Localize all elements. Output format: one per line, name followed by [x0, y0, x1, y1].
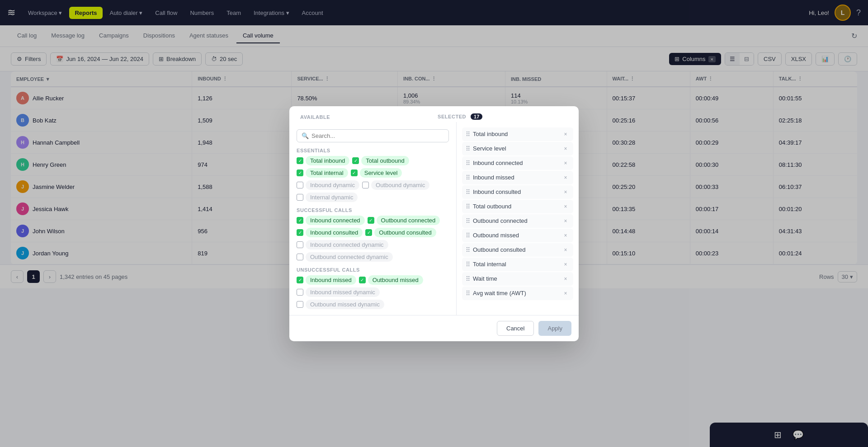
search-box[interactable]: 🔍 — [297, 129, 449, 142]
unsuccessful-section: Unsuccessful calls Inbound missed Outbou… — [297, 267, 449, 289]
drag-handle-icon[interactable]: ⠿ — [466, 145, 470, 152]
selected-item: ⠿ Total internal × — [462, 258, 573, 271]
cb-total-outbound-box[interactable] — [352, 157, 359, 164]
selected-item-label: Total outbound — [473, 203, 559, 210]
cb-inbound-connected-dynamic-label: Inbound connected dynamic — [306, 240, 388, 249]
remove-item-button[interactable]: × — [561, 231, 570, 240]
cb-outbound-connected[interactable]: Outbound connected — [368, 216, 440, 225]
cb-inbound-dynamic[interactable]: Inbound dynamic — [297, 180, 359, 190]
cb-outbound-connected-dynamic-label: Outbound connected dynamic — [306, 252, 393, 262]
selected-item: ⠿ Outbound missed × — [462, 229, 573, 242]
remove-item-button[interactable]: × — [561, 275, 570, 283]
cb-inbound-consulted[interactable]: Inbound consulted — [297, 228, 363, 237]
drag-handle-icon[interactable]: ⠿ — [466, 261, 470, 268]
cb-inbound-consulted-box[interactable] — [297, 229, 303, 236]
drag-handle-icon[interactable]: ⠿ — [466, 217, 470, 225]
selected-item-label: Service level — [473, 145, 559, 152]
cb-inbound-dynamic-box[interactable] — [297, 182, 303, 188]
cb-total-outbound[interactable]: Total outbound — [352, 156, 409, 165]
remove-item-button[interactable]: × — [561, 246, 570, 254]
cb-inbound-dynamic-label: Inbound dynamic — [306, 180, 359, 190]
drag-handle-icon[interactable]: ⠿ — [466, 160, 470, 167]
cb-total-inbound-box[interactable] — [297, 157, 303, 164]
remove-item-button[interactable]: × — [561, 188, 570, 196]
selected-item: ⠿ Outbound connected × — [462, 214, 573, 228]
cb-outbound-consulted-box[interactable] — [365, 229, 372, 236]
modal-overlay[interactable]: AVAILABLE SELECTED 17 🔍 Essentials — [0, 0, 868, 288]
cb-inbound-missed-dynamic[interactable]: Inbound missed dynamic — [297, 287, 380, 289]
selected-item-label: Inbound missed — [473, 174, 559, 181]
cb-inbound-connected-dynamic[interactable]: Inbound connected dynamic — [297, 240, 388, 249]
cb-total-internal[interactable]: Total internal — [297, 168, 348, 178]
drag-handle-icon[interactable]: ⠿ — [466, 188, 470, 196]
cb-outbound-consulted-label: Outbound consulted — [374, 228, 436, 237]
selected-item: ⠿ Avg wait time (AWT) × — [462, 287, 573, 289]
cb-outbound-dynamic[interactable]: Outbound dynamic — [362, 180, 429, 190]
cb-outbound-connected-dynamic-box[interactable] — [297, 254, 303, 260]
successful-group: Inbound connected Outbound connected Inb… — [297, 216, 449, 262]
essentials-label: Essentials — [297, 148, 449, 153]
selected-item-label: Inbound consulted — [473, 188, 559, 195]
selected-panel: ⠿ Total inbound × ⠿ Service level × ⠿ In… — [457, 122, 579, 289]
selected-item: ⠿ Inbound connected × — [462, 156, 573, 170]
cb-internal-dynamic-label: Internal dynamic — [306, 193, 358, 202]
modal-header: AVAILABLE SELECTED 17 — [289, 106, 579, 122]
modal-body: 🔍 Essentials Total inbound Total outboun… — [289, 122, 579, 289]
essentials-group: Total inbound Total outbound Total inter… — [297, 156, 449, 202]
cb-outbound-connected-dynamic[interactable]: Outbound connected dynamic — [297, 252, 393, 262]
cb-outbound-connected-box[interactable] — [368, 217, 374, 224]
drag-handle-icon[interactable]: ⠿ — [466, 275, 470, 282]
available-label: AVAILABLE — [298, 114, 332, 120]
remove-item-button[interactable]: × — [561, 130, 570, 138]
cb-total-outbound-label: Total outbound — [361, 156, 409, 165]
selected-count-badge: 17 — [471, 113, 482, 120]
cb-outbound-dynamic-label: Outbound dynamic — [371, 180, 429, 190]
cb-internal-dynamic[interactable]: Internal dynamic — [297, 193, 358, 202]
cb-outbound-missed[interactable]: Outbound missed — [359, 275, 423, 285]
drag-handle-icon[interactable]: ⠿ — [466, 131, 470, 138]
essentials-section: Essentials Total inbound Total outbound — [297, 148, 449, 202]
cb-service-level-box[interactable] — [351, 169, 358, 176]
cb-total-inbound[interactable]: Total inbound — [297, 156, 349, 165]
cb-inbound-connected-dynamic-box[interactable] — [297, 241, 303, 248]
successful-label: Successful calls — [297, 207, 449, 213]
drag-handle-icon[interactable]: ⠿ — [466, 246, 470, 254]
selected-item-label: Outbound consulted — [473, 246, 559, 253]
cb-outbound-missed-box[interactable] — [359, 277, 366, 283]
cb-total-internal-box[interactable] — [297, 169, 303, 176]
remove-item-button[interactable]: × — [561, 202, 570, 211]
selected-item-label: Outbound missed — [473, 232, 559, 239]
cb-internal-dynamic-box[interactable] — [297, 194, 303, 201]
remove-item-button[interactable]: × — [561, 159, 570, 167]
drag-handle-icon[interactable]: ⠿ — [466, 203, 470, 210]
selected-item-label: Outbound connected — [473, 217, 559, 224]
drag-handle-icon[interactable]: ⠿ — [466, 232, 470, 239]
cb-outbound-connected-label: Outbound connected — [377, 216, 440, 225]
cb-inbound-connected-label: Inbound connected — [306, 216, 365, 225]
selected-item-label: Total inbound — [473, 131, 559, 137]
cb-outbound-dynamic-box[interactable] — [362, 182, 369, 188]
selected-item: ⠿ Inbound missed × — [462, 171, 573, 184]
cb-inbound-connected[interactable]: Inbound connected — [297, 216, 365, 225]
selected-item: ⠿ Wait time × — [462, 272, 573, 286]
drag-handle-icon[interactable]: ⠿ — [466, 174, 470, 181]
cb-inbound-consulted-label: Inbound consulted — [306, 228, 363, 237]
remove-item-button[interactable]: × — [561, 174, 570, 182]
remove-item-button[interactable]: × — [561, 145, 570, 153]
cb-inbound-missed-box[interactable] — [297, 277, 303, 283]
successful-section: Successful calls Inbound connected Outbo… — [297, 207, 449, 262]
remove-item-button[interactable]: × — [561, 260, 570, 268]
remove-item-button[interactable]: × — [561, 217, 570, 225]
cb-service-level[interactable]: Service level — [351, 168, 402, 178]
search-icon: 🔍 — [302, 132, 309, 139]
cb-service-level-label: Service level — [360, 168, 402, 178]
selected-item-label: Wait time — [473, 275, 559, 282]
cb-outbound-missed-label: Outbound missed — [368, 275, 423, 285]
cb-outbound-consulted[interactable]: Outbound consulted — [365, 228, 436, 237]
cb-inbound-missed[interactable]: Inbound missed — [297, 275, 356, 285]
cb-total-internal-label: Total internal — [306, 168, 348, 178]
selected-item-label: Inbound connected — [473, 160, 559, 166]
search-input[interactable] — [311, 132, 444, 139]
cb-inbound-connected-box[interactable] — [297, 217, 303, 224]
cb-total-inbound-label: Total inbound — [306, 156, 349, 165]
